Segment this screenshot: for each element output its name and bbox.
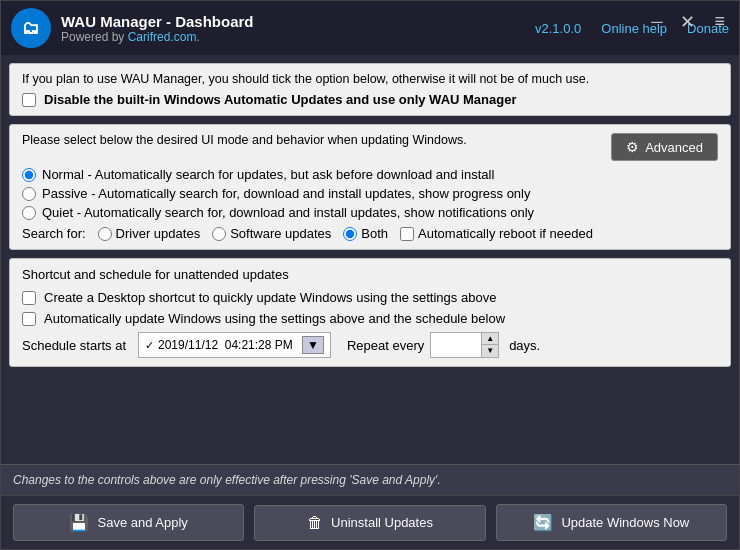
notice-area: Changes to the controls above are only e… xyxy=(1,464,739,495)
driver-label: Driver updates xyxy=(116,226,201,241)
save-apply-button[interactable]: 💾 Save and Apply xyxy=(13,504,244,541)
schedule-time-row: Schedule starts at ✓ ▼ Repeat every 10 ▲… xyxy=(22,332,718,358)
content-area: If you plan to use WAU Manager, you shou… xyxy=(1,55,739,464)
mode-quiet-radio[interactable] xyxy=(22,206,36,220)
advanced-label: Advanced xyxy=(645,140,703,155)
spinner-buttons: ▲ ▼ xyxy=(481,333,498,357)
days-spinner: 10 ▲ ▼ xyxy=(430,332,499,358)
mode-passive-label: Passive - Automatically search for, down… xyxy=(42,186,530,201)
notice-text: Changes to the controls above are only e… xyxy=(13,473,441,487)
search-for-row: Search for: Driver updates Software upda… xyxy=(22,226,718,241)
section-schedule: Shortcut and schedule for unattended upd… xyxy=(9,258,731,367)
calendar-button[interactable]: ▼ xyxy=(302,336,324,354)
window-controls: ─ ✕ ≡ xyxy=(646,7,731,36)
disable-updates-checkbox[interactable] xyxy=(22,93,36,107)
days-input[interactable]: 10 xyxy=(431,333,481,357)
datetime-wrapper: ✓ ▼ xyxy=(138,332,331,358)
autoreboot-option: Automatically reboot if needed xyxy=(400,226,593,241)
update-windows-button[interactable]: 🔄 Update Windows Now xyxy=(496,504,727,541)
auto-update-row: Automatically update Windows using the s… xyxy=(22,311,718,326)
both-radio[interactable] xyxy=(343,227,357,241)
title-bar: 🗂 WAU Manager - Dashboard Powered by Car… xyxy=(1,1,739,55)
mode-normal-radio[interactable] xyxy=(22,168,36,182)
software-option: Software updates xyxy=(212,226,331,241)
version-link[interactable]: v2.1.0.0 xyxy=(535,21,581,36)
mode-normal-label: Normal - Automatically search for update… xyxy=(42,167,494,182)
mode-normal-row: Normal - Automatically search for update… xyxy=(22,167,718,182)
update-windows-label: Update Windows Now xyxy=(561,515,689,530)
autoreboot-label: Automatically reboot if needed xyxy=(418,226,593,241)
driver-radio[interactable] xyxy=(98,227,112,241)
search-for-label: Search for: xyxy=(22,226,86,241)
close-button[interactable]: ✕ xyxy=(675,9,700,35)
app-subtitle: Powered by Carifred.com. xyxy=(61,30,525,44)
datetime-input[interactable] xyxy=(158,338,298,352)
repeat-label: Repeat every xyxy=(347,338,424,353)
mode-quiet-label: Quiet - Automatically search for, downlo… xyxy=(42,205,534,220)
subtitle-suffix: . xyxy=(196,30,199,44)
section2-desc: Please select below the desired UI mode … xyxy=(22,133,467,147)
title-bar-info: WAU Manager - Dashboard Powered by Carif… xyxy=(61,13,525,44)
mode-quiet-row: Quiet - Automatically search for, downlo… xyxy=(22,205,718,220)
main-window: 🗂 WAU Manager - Dashboard Powered by Car… xyxy=(0,0,740,550)
shortcut-label: Create a Desktop shortcut to quickly upd… xyxy=(44,290,496,305)
advanced-button[interactable]: ⚙ Advanced xyxy=(611,133,718,161)
autoreboot-checkbox[interactable] xyxy=(400,227,414,241)
spin-down-button[interactable]: ▼ xyxy=(482,345,498,357)
shortcut-checkbox[interactable] xyxy=(22,291,36,305)
uninstall-icon: 🗑 xyxy=(307,514,323,532)
hamburger-button[interactable]: ≡ xyxy=(708,7,731,36)
schedule-starts-label: Schedule starts at xyxy=(22,338,132,353)
subtitle-prefix: Powered by xyxy=(61,30,128,44)
gear-icon: ⚙ xyxy=(626,139,639,155)
auto-update-label: Automatically update Windows using the s… xyxy=(44,311,505,326)
section1-notice: If you plan to use WAU Manager, you shou… xyxy=(22,72,718,86)
mode-passive-radio[interactable] xyxy=(22,187,36,201)
save-apply-label: Save and Apply xyxy=(97,515,187,530)
mode-passive-row: Passive - Automatically search for, down… xyxy=(22,186,718,201)
auto-update-checkbox[interactable] xyxy=(22,312,36,326)
driver-option: Driver updates xyxy=(98,226,201,241)
carifred-link[interactable]: Carifred.com xyxy=(128,30,197,44)
shortcut-row: Create a Desktop shortcut to quickly upd… xyxy=(22,290,718,305)
footer: 💾 Save and Apply 🗑 Uninstall Updates 🔄 U… xyxy=(1,495,739,549)
schedule-title: Shortcut and schedule for unattended upd… xyxy=(22,267,718,282)
software-radio[interactable] xyxy=(212,227,226,241)
spin-up-button[interactable]: ▲ xyxy=(482,333,498,345)
disable-updates-row: Disable the built-in Windows Automatic U… xyxy=(22,92,718,107)
disable-updates-label: Disable the built-in Windows Automatic U… xyxy=(44,92,517,107)
app-logo: 🗂 xyxy=(11,8,51,48)
uninstall-updates-button[interactable]: 🗑 Uninstall Updates xyxy=(254,505,485,541)
section-disable-updates: If you plan to use WAU Manager, you shou… xyxy=(9,63,731,116)
update-icon: 🔄 xyxy=(533,513,553,532)
check-icon: ✓ xyxy=(145,339,154,352)
save-icon: 💾 xyxy=(69,513,89,532)
section2-header: Please select below the desired UI mode … xyxy=(22,133,718,161)
both-label: Both xyxy=(361,226,388,241)
minimize-button[interactable]: ─ xyxy=(646,11,667,33)
software-label: Software updates xyxy=(230,226,331,241)
uninstall-label: Uninstall Updates xyxy=(331,515,433,530)
app-title: WAU Manager - Dashboard xyxy=(61,13,525,30)
both-option: Both xyxy=(343,226,388,241)
section-ui-mode: Please select below the desired UI mode … xyxy=(9,124,731,250)
days-label: days. xyxy=(509,338,540,353)
